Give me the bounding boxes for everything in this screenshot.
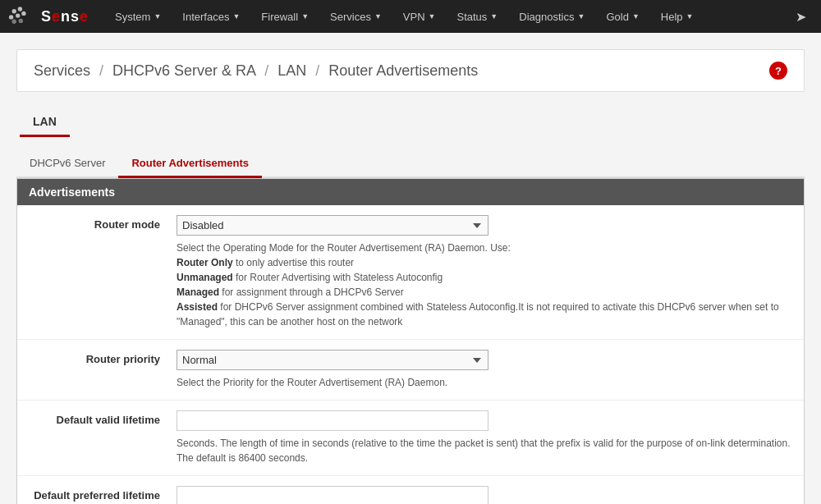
router-priority-row: Router priority Normal High Low Select t… bbox=[17, 340, 804, 401]
nav-help-label: Help bbox=[661, 11, 683, 23]
default-valid-lifetime-label: Default valid lifetime bbox=[29, 410, 177, 426]
logout-button[interactable]: ➤ bbox=[789, 2, 813, 31]
svg-point-2 bbox=[9, 15, 13, 19]
default-valid-lifetime-row: Default valid lifetime Seconds. The leng… bbox=[17, 401, 804, 476]
nav-interfaces[interactable]: Interfaces ▼ bbox=[172, 4, 250, 30]
nav-status-label: Status bbox=[457, 11, 488, 23]
default-preferred-lifetime-control: Seconds. The length of time in seconds (… bbox=[177, 486, 792, 504]
nav-interfaces-caret: ▼ bbox=[232, 12, 240, 21]
sub-tab-bar: DHCPv6 Server Router Advertisements bbox=[16, 150, 805, 178]
router-priority-help: Select the Priority for the Router Adver… bbox=[177, 375, 792, 390]
bc-sep-2: / bbox=[264, 62, 268, 79]
router-mode-control: Disabled Router Only Unmanaged Managed A… bbox=[177, 215, 792, 329]
nav-system-label: System bbox=[115, 11, 150, 23]
nav-diagnostics-caret: ▼ bbox=[577, 12, 585, 21]
nav-gold-caret: ▼ bbox=[632, 12, 640, 21]
default-valid-lifetime-help: Seconds. The length of time in seconds (… bbox=[177, 436, 792, 465]
router-mode-help: Select the Operating Mode for the Router… bbox=[177, 241, 792, 329]
breadcrumb-bar: Services / DHCPv6 Server & RA / LAN / Ro… bbox=[16, 49, 805, 92]
brand-logo[interactable]: Sense bbox=[8, 5, 89, 28]
nav-status-caret: ▼ bbox=[490, 12, 498, 21]
nav-vpn-label: VPN bbox=[403, 11, 425, 23]
nav-vpn[interactable]: VPN ▼ bbox=[393, 4, 446, 30]
nav-services[interactable]: Services ▼ bbox=[320, 4, 392, 30]
nav-gold-label: Gold bbox=[606, 11, 628, 23]
router-mode-select[interactable]: Disabled Router Only Unmanaged Managed A… bbox=[177, 215, 488, 236]
nav-system-caret: ▼ bbox=[154, 12, 161, 21]
bc-sep-3: / bbox=[315, 62, 319, 79]
router-priority-label: Router priority bbox=[29, 350, 177, 365]
router-mode-row: Router mode Disabled Router Only Unmanag… bbox=[17, 205, 804, 340]
navbar: Sense System ▼ Interfaces ▼ Firewall ▼ S… bbox=[0, 0, 821, 33]
help-icon[interactable]: ? bbox=[769, 62, 787, 80]
nav-gold[interactable]: Gold ▼ bbox=[596, 4, 649, 30]
svg-point-3 bbox=[16, 13, 20, 17]
router-priority-control: Normal High Low Select the Priority for … bbox=[177, 350, 792, 390]
svg-point-4 bbox=[21, 11, 25, 16]
brand-name: Sense bbox=[41, 8, 89, 25]
nav-diagnostics-label: Diagnostics bbox=[519, 11, 574, 23]
nav-system[interactable]: System ▼ bbox=[105, 4, 171, 30]
default-valid-lifetime-control: Seconds. The length of time in seconds (… bbox=[177, 410, 792, 465]
bc-services[interactable]: Services bbox=[34, 62, 90, 79]
bc-dhcpv6[interactable]: DHCPv6 Server & RA bbox=[112, 62, 255, 79]
nav-firewall[interactable]: Firewall ▼ bbox=[251, 4, 319, 30]
nav-services-caret: ▼ bbox=[374, 12, 382, 21]
advertisements-section: Advertisements Router mode Disabled Rout… bbox=[16, 178, 805, 504]
default-preferred-lifetime-row: Default preferred lifetime Seconds. The … bbox=[17, 476, 804, 504]
section-header: Advertisements bbox=[17, 179, 804, 205]
nav-help[interactable]: Help ▼ bbox=[651, 4, 704, 30]
nav-status[interactable]: Status ▼ bbox=[447, 4, 508, 30]
nav-interfaces-label: Interfaces bbox=[182, 11, 229, 23]
svg-point-0 bbox=[12, 9, 16, 13]
default-preferred-lifetime-input[interactable] bbox=[177, 486, 488, 504]
svg-point-6 bbox=[19, 19, 23, 23]
brand-icon bbox=[8, 5, 38, 28]
svg-point-5 bbox=[12, 20, 16, 24]
tab-router-advertisements[interactable]: Router Advertisements bbox=[118, 150, 262, 178]
nav-services-label: Services bbox=[330, 11, 371, 23]
lan-tab[interactable]: LAN bbox=[20, 108, 70, 137]
breadcrumb: Services / DHCPv6 Server & RA / LAN / Ro… bbox=[34, 62, 478, 80]
nav-menu: System ▼ Interfaces ▼ Firewall ▼ Service… bbox=[105, 4, 789, 30]
router-priority-select[interactable]: Normal High Low bbox=[177, 350, 488, 370]
nav-firewall-caret: ▼ bbox=[301, 12, 309, 21]
router-mode-label: Router mode bbox=[29, 215, 177, 231]
tab-dhcpv6-server[interactable]: DHCPv6 Server bbox=[16, 150, 118, 178]
nav-diagnostics[interactable]: Diagnostics ▼ bbox=[509, 4, 594, 30]
nav-vpn-caret: ▼ bbox=[429, 12, 436, 21]
default-preferred-lifetime-label: Default preferred lifetime bbox=[29, 486, 177, 502]
nav-firewall-label: Firewall bbox=[261, 11, 298, 23]
nav-help-caret: ▼ bbox=[686, 12, 694, 21]
lan-tab-bar: LAN bbox=[16, 108, 805, 137]
bc-lan[interactable]: LAN bbox=[277, 62, 306, 79]
main-content: Services / DHCPv6 Server & RA / LAN / Ro… bbox=[0, 33, 821, 504]
bc-router-ads: Router Advertisements bbox=[328, 62, 478, 79]
default-valid-lifetime-input[interactable] bbox=[177, 410, 488, 431]
svg-point-1 bbox=[18, 7, 22, 11]
bc-sep-1: / bbox=[99, 62, 103, 79]
